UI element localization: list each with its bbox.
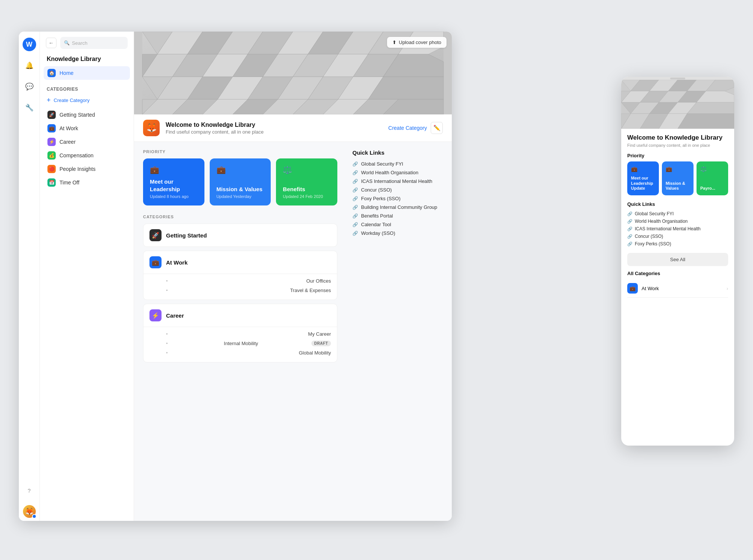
mobile-at-work-label: At Work <box>642 286 659 291</box>
ext-link-icon-4: 🔗 <box>352 196 358 201</box>
quick-link-label-6: Benefits Portal <box>361 213 393 219</box>
at-work-cat-icon: 💼 <box>149 256 162 268</box>
mobile-priority-card-payro[interactable]: ⚖️ Payro... <box>697 161 728 195</box>
priority-card-mission[interactable]: 💼 Mission & Values Updated Yesterday <box>210 158 271 205</box>
user-avatar[interactable]: 🦊 <box>23 505 36 518</box>
welcome-actions: Create Category ✏️ <box>388 122 443 134</box>
at-work-cat-items: Our Offices Travel & Expenses <box>143 274 337 300</box>
cat-item-internal-mobility[interactable]: Internal Mobility DRAFT <box>166 339 331 348</box>
ext-link-icon-1: 🔗 <box>352 170 358 175</box>
content-row: PRIORITY 💼 Meet our Leadership Updated 8… <box>143 149 443 366</box>
priority-card-benefits[interactable]: ⚖️ Benefits Updated 24 Feb 2020 <box>276 158 337 205</box>
sidebar-item-compensation[interactable]: 💰 Compensation <box>44 149 130 162</box>
icon-bar: W 🔔 💬 🔧 ? 🦊 <box>19 32 40 521</box>
quick-links-title: Quick Links <box>352 149 443 156</box>
sidebar-item-home-label: Home <box>59 70 73 76</box>
welcome-text: Welcome to Knowledge Library Find useful… <box>166 122 382 135</box>
quick-link-global-security[interactable]: 🔗 Global Security FYI <box>352 160 443 168</box>
getting-started-icon: 🚀 <box>47 111 56 119</box>
quick-link-label-5: Building Internal Community Group <box>361 204 437 210</box>
cat-item-our-offices[interactable]: Our Offices <box>166 276 331 286</box>
upload-cover-button[interactable]: ⬆ Upload cover photo <box>387 37 447 48</box>
priority-label: PRIORITY <box>143 149 337 154</box>
quick-link-concur[interactable]: 🔗 Concur (SSO) <box>352 186 443 194</box>
getting-started-cat-icon: 🚀 <box>149 229 162 241</box>
priority-cards: 💼 Meet our Leadership Updated 8 hours ag… <box>143 158 337 205</box>
mobile-quick-link-3[interactable]: 🔗 Concur (SSO) <box>627 233 728 240</box>
cat-card-career-header[interactable]: ⚡ Career <box>143 304 337 327</box>
career-icon: ⚡ <box>47 138 56 146</box>
quick-link-who[interactable]: 🔗 World Health Organisation <box>352 168 443 177</box>
mobile-header-strip <box>621 77 734 80</box>
mobile-title: Welcome to Knowledge Library <box>627 134 728 142</box>
quick-link-calendar[interactable]: 🔗 Calendar Tool <box>352 220 443 229</box>
cat-item-travel[interactable]: Travel & Expenses <box>166 286 331 295</box>
categories-label: Categories <box>40 81 134 94</box>
edit-button[interactable]: ✏️ <box>431 122 443 134</box>
mobile-quick-link-2[interactable]: 🔗 ICAS International Mental Health <box>627 225 728 233</box>
mobile-quick-link-0[interactable]: 🔗 Global Security FYI <box>627 210 728 218</box>
upload-icon: ⬆ <box>392 40 396 45</box>
mobile-see-all-button[interactable]: See All <box>627 253 728 266</box>
quick-link-workday[interactable]: 🔗 Workday (SSO) <box>352 229 443 237</box>
search-box[interactable]: 🔍 Search <box>60 37 128 49</box>
right-panel: Quick Links 🔗 Global Security FYI 🔗 Worl… <box>345 149 443 366</box>
main-window: W 🔔 💬 🔧 ? 🦊 ← 🔍 Search Knowl <box>19 32 452 521</box>
mobile-quick-link-4[interactable]: 🔗 Foxy Perks (SSO) <box>627 240 728 248</box>
create-category-sidebar[interactable]: + Create Category <box>40 94 134 107</box>
mobile-cat-row-at-work[interactable]: 💼 At Work › <box>627 279 728 298</box>
welcome-title: Welcome to Knowledge Library <box>166 122 382 128</box>
search-placeholder: Search <box>72 40 87 46</box>
back-button[interactable]: ← <box>46 38 56 48</box>
sidebar-item-time-off[interactable]: 📅 Time Off <box>44 176 130 189</box>
app-logo[interactable]: W <box>23 38 36 51</box>
help-icon[interactable]: ? <box>23 484 36 498</box>
ext-link-icon-5: 🔗 <box>352 205 358 210</box>
ext-link-icon: 🔗 <box>352 161 358 167</box>
sidebar-item-home[interactable]: 🏠 Home <box>44 66 130 80</box>
quick-link-icas[interactable]: 🔗 ICAS International Mental Health <box>352 177 443 186</box>
sidebar-item-career-label: Career <box>59 139 76 145</box>
mobile-subtitle: Find useful company content, all in one … <box>627 143 728 148</box>
sidebar-item-at-work-label: At Work <box>59 125 78 131</box>
benefits-card-title: Benefits <box>283 186 331 193</box>
content-scroll: PRIORITY 💼 Meet our Leadership Updated 8… <box>134 142 452 521</box>
create-category-label: Create Category <box>54 97 90 103</box>
welcome-subtitle: Find useful company content, all in one … <box>166 129 382 135</box>
mobile-quick-link-label-1: World Health Organisation <box>635 219 688 224</box>
mobile-priority-card-leadership[interactable]: 💼 Meet our Leadership Update <box>627 161 659 195</box>
mobile-priority-card-mission[interactable]: 💼 Mission & Values <box>662 161 694 195</box>
mobile-priority-label: Priority <box>627 153 728 158</box>
at-work-cat-title: At Work <box>166 259 187 266</box>
quick-link-label-2: ICAS International Mental Health <box>361 178 432 184</box>
notification-icon[interactable]: 🔔 <box>23 59 36 72</box>
cat-card-at-work-header[interactable]: 💼 At Work <box>143 251 337 274</box>
sidebar-item-getting-started[interactable]: 🚀 Getting Started <box>44 108 130 122</box>
sidebar-help <box>40 509 134 521</box>
priority-card-leadership[interactable]: 💼 Meet our Leadership Updated 8 hours ag… <box>143 158 204 205</box>
career-cat-items: My Career Internal Mobility DRAFT Global… <box>143 327 337 362</box>
content-left: PRIORITY 💼 Meet our Leadership Updated 8… <box>143 149 337 366</box>
welcome-bar: 🦊 Welcome to Knowledge Library Find usef… <box>134 114 452 142</box>
tools-icon[interactable]: 🔧 <box>23 101 36 114</box>
cat-item-global-mobility[interactable]: Global Mobility <box>166 348 331 358</box>
sidebar-item-people-label: People Insights <box>59 166 96 172</box>
sidebar-item-compensation-label: Compensation <box>59 152 93 158</box>
quick-link-label-1: World Health Organisation <box>361 170 418 175</box>
sidebar-item-people-insights[interactable]: 🔴 People Insights <box>44 162 130 176</box>
ext-link-icon-3: 🔗 <box>352 187 358 193</box>
quick-link-foxy[interactable]: 🔗 Foxy Perks (SSO) <box>352 194 443 203</box>
mobile-leadership-title: Meet our Leadership Update <box>631 176 655 191</box>
mobile-priority-cards: 💼 Meet our Leadership Update 💼 Mission &… <box>627 161 728 195</box>
sidebar-item-at-work[interactable]: 💼 At Work <box>44 122 130 135</box>
mobile-quick-link-1[interactable]: 🔗 World Health Organisation <box>627 218 728 225</box>
cat-card-getting-started-header[interactable]: 🚀 Getting Started <box>143 224 337 247</box>
draft-badge: DRAFT <box>311 341 331 346</box>
chat-icon[interactable]: 💬 <box>23 80 36 93</box>
cat-item-my-career[interactable]: My Career <box>166 329 331 339</box>
sidebar-item-career[interactable]: ⚡ Career <box>44 135 130 149</box>
mobile-ext-icon-2: 🔗 <box>627 227 633 231</box>
quick-link-benefits-portal[interactable]: 🔗 Benefits Portal <box>352 212 443 220</box>
quick-link-community[interactable]: 🔗 Building Internal Community Group <box>352 203 443 212</box>
create-category-button[interactable]: Create Category <box>388 125 427 131</box>
